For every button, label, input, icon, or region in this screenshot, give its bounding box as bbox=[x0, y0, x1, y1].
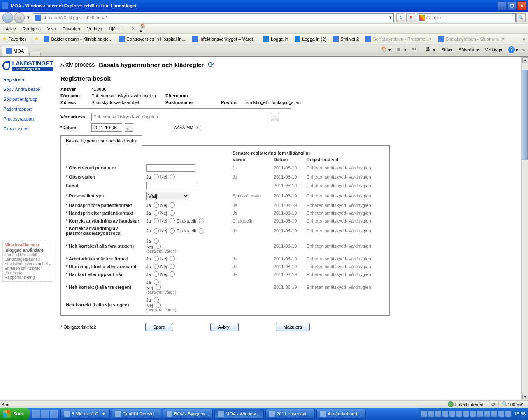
tray-icon[interactable] bbox=[505, 411, 511, 417]
r14-ja[interactable] bbox=[154, 297, 159, 302]
search-button[interactable]: 🔍 bbox=[516, 13, 526, 22]
tray-icon[interactable] bbox=[470, 411, 476, 417]
r10-nej[interactable] bbox=[170, 256, 175, 261]
zoom-indicator[interactable]: 🔍 100 % ▾ bbox=[498, 401, 526, 408]
maximize-button[interactable]: ❐ bbox=[507, 1, 516, 10]
print-button[interactable]: 🖶▾ bbox=[424, 46, 437, 54]
fav-sminet[interactable]: SmiNet 2 bbox=[330, 35, 361, 43]
task-anvandar[interactable]: Användarhand... bbox=[316, 409, 366, 419]
nav-registrera[interactable]: Registrera bbox=[2, 74, 53, 84]
r14-nej[interactable] bbox=[156, 302, 161, 308]
r6-ja[interactable] bbox=[154, 210, 159, 216]
nav-sok-besok[interactable]: Sök / Ändra besök bbox=[2, 84, 53, 94]
nav-patientrapport[interactable]: Patientrapport bbox=[2, 104, 53, 114]
back-button[interactable]: ← bbox=[2, 12, 13, 23]
clock[interactable]: 15:58 bbox=[514, 411, 526, 416]
fav-logga-in[interactable]: Logga in bbox=[261, 35, 291, 43]
fav-social-1[interactable]: Socialstyrelsen - Pressme... ▾ bbox=[363, 35, 434, 43]
task-office[interactable]: 3 Microsoft O... ▾ bbox=[60, 409, 110, 419]
search-input[interactable] bbox=[426, 15, 514, 20]
tab-close-icon[interactable]: ✕ bbox=[129, 25, 137, 32]
datum-input[interactable] bbox=[91, 123, 122, 132]
ql-3[interactable] bbox=[50, 410, 58, 418]
tray-icon[interactable] bbox=[456, 411, 462, 417]
r12-nej[interactable] bbox=[170, 271, 175, 277]
r11-ja[interactable] bbox=[154, 264, 159, 269]
r8-ja[interactable] bbox=[154, 228, 159, 234]
observerad-input[interactable] bbox=[146, 164, 195, 172]
spara-button[interactable]: Spara bbox=[145, 323, 173, 331]
forward-button[interactable]: → bbox=[14, 12, 25, 23]
search-box[interactable] bbox=[417, 13, 516, 22]
menu-arkiv[interactable]: Arkiv bbox=[2, 25, 19, 32]
tray-icon[interactable] bbox=[421, 411, 427, 417]
r9-nej[interactable] bbox=[156, 244, 161, 249]
nav-export[interactable]: Export excel bbox=[2, 124, 53, 134]
r9-ja[interactable] bbox=[154, 238, 159, 244]
ql-2[interactable] bbox=[41, 410, 49, 418]
r10-ja[interactable] bbox=[154, 256, 159, 261]
tray-icon[interactable] bbox=[477, 411, 483, 417]
vertical-scrollbar[interactable]: ▲ ▼ bbox=[521, 57, 528, 400]
rss-button[interactable]: ◼▾ bbox=[395, 46, 408, 54]
task-gunhild[interactable]: Gunhild Rensfe... bbox=[112, 409, 161, 419]
vardadress-lookup-button[interactable]: … bbox=[271, 113, 279, 121]
menu-redigera[interactable]: Redigera bbox=[19, 25, 44, 32]
vardadress-input[interactable] bbox=[91, 113, 268, 121]
favorites-label[interactable]: Favoriter bbox=[8, 37, 26, 42]
url-input[interactable] bbox=[42, 15, 389, 20]
r12-ja[interactable] bbox=[154, 271, 159, 277]
refresh-icon[interactable]: ⟳ bbox=[208, 60, 217, 69]
menu-favoriter[interactable]: Favoriter bbox=[59, 25, 84, 32]
refresh-button[interactable]: ↻ bbox=[396, 13, 405, 22]
task-2011[interactable]: 2011 observati... bbox=[265, 409, 315, 419]
toolbar-overflow-icon[interactable]: » bbox=[522, 47, 525, 52]
tray-icon[interactable] bbox=[442, 411, 448, 417]
r8-ej[interactable] bbox=[199, 228, 204, 234]
home-icon[interactable]: 🏠▾ bbox=[140, 25, 147, 32]
r8-nej[interactable] bbox=[170, 228, 175, 234]
tools-menu[interactable]: Verktyg ▾ bbox=[483, 46, 504, 53]
r13-nej[interactable] bbox=[156, 285, 161, 290]
observation-nej[interactable] bbox=[170, 174, 175, 179]
fav-bakterienamn[interactable]: Bakterienamn - Klinisk bakte... bbox=[41, 35, 115, 43]
personalkategori-select[interactable]: Välj bbox=[146, 192, 189, 200]
r7-ej[interactable] bbox=[199, 218, 204, 223]
r6-nej[interactable] bbox=[170, 210, 175, 216]
form-tab[interactable]: Basala hygienrutiner och klädregler bbox=[60, 135, 142, 146]
settings-header[interactable]: Mina Inställningar bbox=[5, 243, 51, 247]
enhet-input[interactable] bbox=[146, 182, 195, 189]
r13-ja[interactable] bbox=[154, 279, 159, 285]
tray-icon[interactable] bbox=[491, 411, 497, 417]
scroll-thumb[interactable] bbox=[522, 70, 528, 160]
fav-social-2[interactable]: Socialstyrelsen - Sidor om... ▾ bbox=[436, 35, 507, 43]
url-dropdown-icon[interactable]: ▾ bbox=[389, 15, 392, 20]
r7-nej[interactable] bbox=[170, 218, 175, 223]
tray-icon[interactable] bbox=[449, 411, 455, 417]
r5-nej[interactable] bbox=[170, 202, 175, 208]
nav-sok-patient[interactable]: Sök patientgrupp bbox=[2, 94, 53, 104]
task-moa[interactable]: MOA - Window... bbox=[214, 409, 264, 419]
dropdown-icon[interactable]: ▾ bbox=[27, 15, 30, 20]
minimize-button[interactable]: _ bbox=[498, 1, 507, 10]
nav-processrapport[interactable]: Processrapport bbox=[2, 114, 53, 124]
fav-logga-in-2[interactable]: Logga in (2) bbox=[292, 35, 329, 43]
r7-ja[interactable] bbox=[154, 218, 159, 223]
tray-icon[interactable] bbox=[435, 411, 441, 417]
avbryt-button[interactable]: Avbryt bbox=[210, 323, 239, 331]
tray-icon[interactable] bbox=[428, 411, 434, 417]
close-button[interactable]: ✕ bbox=[517, 1, 526, 10]
makulera-button[interactable]: Makulera bbox=[276, 323, 310, 331]
help-button[interactable]: ?▾ bbox=[507, 46, 520, 54]
menu-visa[interactable]: Visa bbox=[44, 25, 59, 32]
menu-hjalp[interactable]: Hjälp bbox=[105, 25, 122, 32]
r5-ja[interactable] bbox=[154, 202, 159, 208]
add-fav-icon[interactable]: ★ bbox=[35, 36, 39, 42]
new-tab-button[interactable] bbox=[29, 52, 41, 56]
mail-button[interactable]: ✉ bbox=[411, 46, 421, 54]
datum-picker-button[interactable]: … bbox=[125, 123, 133, 132]
tray-icon[interactable] bbox=[498, 411, 504, 417]
favbar-overflow-icon[interactable]: » bbox=[523, 37, 526, 42]
r11-nej[interactable] bbox=[170, 264, 175, 269]
scroll-down-icon[interactable]: ▼ bbox=[522, 394, 528, 399]
